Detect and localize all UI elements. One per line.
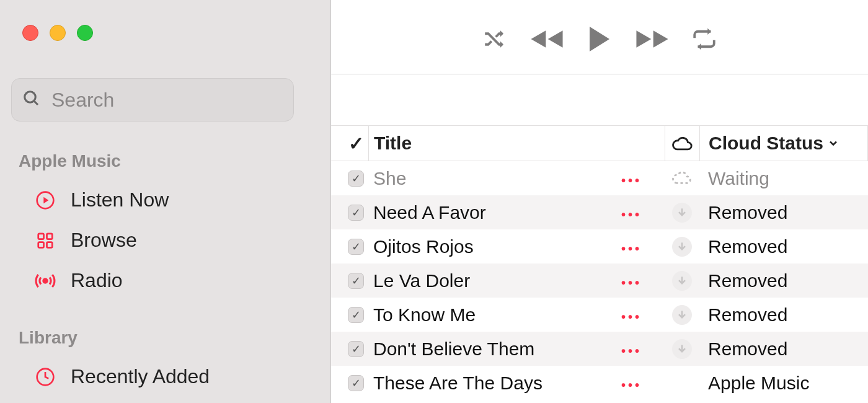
row-checkbox[interactable]: ✓ (348, 375, 364, 391)
fast-forward-button[interactable] (634, 25, 670, 53)
more-options-button[interactable]: ••• (621, 208, 642, 221)
playback-toolbar (331, 0, 868, 74)
shuffle-button[interactable] (482, 26, 508, 52)
svg-rect-5 (47, 233, 53, 239)
song-title: Need A Favor (368, 195, 621, 229)
download-icon[interactable] (672, 339, 692, 359)
sidebar-item-browse[interactable]: Browse (0, 220, 330, 260)
cloud-status-cell: Removed (699, 298, 868, 332)
sidebar-item-label: Radio (71, 269, 123, 292)
row-checkbox[interactable]: ✓ (348, 273, 364, 289)
row-checkbox[interactable]: ✓ (348, 205, 364, 221)
row-checkbox[interactable]: ✓ (348, 307, 364, 323)
cloud-status-cell: Removed (699, 195, 868, 229)
song-title: Ojitos Rojos (368, 229, 621, 264)
sidebar-item-listen-now[interactable]: Listen Now (0, 180, 330, 220)
cloud-status-cell: Removed (699, 264, 868, 298)
rewind-button[interactable] (529, 25, 565, 53)
more-options-button[interactable]: ••• (621, 344, 642, 358)
song-title: She (368, 161, 621, 195)
svg-point-0 (25, 92, 36, 103)
download-icon[interactable] (672, 305, 692, 325)
zoom-window-button[interactable] (77, 25, 93, 41)
row-checkbox[interactable]: ✓ (348, 170, 364, 187)
song-title: To Know Me (368, 298, 621, 332)
svg-marker-3 (43, 197, 48, 203)
column-header-title[interactable]: Title (368, 126, 621, 161)
song-table-body: ✓She•••Waiting✓Need A Favor•••Removed✓Oj… (331, 161, 868, 400)
window-controls (0, 25, 330, 41)
table-row[interactable]: ✓Don't Believe Them•••Removed (331, 332, 868, 366)
table-row[interactable]: ✓Le Va Doler•••Removed (331, 264, 868, 298)
song-title: Le Va Doler (368, 264, 621, 298)
more-options-button[interactable]: ••• (621, 378, 642, 392)
sidebar-item-label: Browse (71, 229, 137, 252)
chevron-down-icon (827, 133, 839, 154)
sidebar: Apple Music Listen Now Browse Radio Libr… (0, 0, 331, 403)
download-icon[interactable] (672, 271, 692, 291)
more-options-button[interactable]: ••• (621, 310, 642, 324)
download-icon[interactable] (672, 237, 692, 257)
search-input[interactable] (11, 78, 294, 122)
svg-marker-12 (590, 27, 609, 51)
song-title: These Are The Days (368, 366, 621, 400)
grid-icon (35, 230, 56, 251)
sidebar-item-radio[interactable]: Radio (0, 260, 330, 301)
svg-rect-6 (38, 242, 44, 247)
sidebar-item-label: Listen Now (71, 188, 169, 211)
table-row[interactable]: ✓To Know Me•••Removed (331, 298, 868, 332)
cloud-status-cell: Removed (699, 332, 868, 366)
download-icon[interactable] (672, 203, 692, 223)
row-checkbox[interactable]: ✓ (348, 239, 364, 255)
more-options-button[interactable]: ••• (621, 174, 642, 187)
cloud-status-cell: Apple Music (699, 366, 868, 400)
search-wrap (11, 78, 313, 122)
svg-marker-14 (653, 30, 668, 47)
sidebar-section-library: Library (0, 323, 330, 356)
sidebar-item-label: Recently Added (71, 365, 210, 388)
more-options-button[interactable]: ••• (621, 276, 642, 290)
svg-marker-10 (531, 30, 546, 47)
search-icon (22, 89, 41, 110)
table-row[interactable]: ✓Ojitos Rojos•••Removed (331, 229, 868, 264)
column-header-check[interactable]: ✓ (331, 133, 368, 154)
cloud-status-cell: Waiting (699, 161, 868, 195)
table-header: ✓ Title Cloud Status (331, 125, 868, 161)
cloud-status-cell: Removed (699, 229, 868, 264)
play-circle-icon (35, 190, 56, 211)
table-row[interactable]: ✓These Are The Days•••Apple Music (331, 366, 868, 400)
column-header-cloud-status[interactable]: Cloud Status (699, 126, 868, 161)
column-header-cloud-icon[interactable] (665, 126, 699, 161)
clock-icon (35, 366, 56, 388)
svg-rect-4 (38, 233, 44, 239)
close-window-button[interactable] (22, 25, 38, 41)
row-checkbox[interactable]: ✓ (348, 341, 364, 357)
song-title: Don't Believe Them (368, 332, 621, 366)
svg-line-1 (34, 101, 38, 105)
cloud-waiting-icon (672, 168, 692, 189)
svg-marker-11 (548, 30, 563, 47)
svg-rect-7 (47, 242, 53, 247)
repeat-button[interactable] (691, 26, 717, 52)
svg-marker-13 (636, 30, 651, 47)
svg-point-8 (43, 278, 47, 282)
play-button[interactable] (586, 24, 613, 54)
minimize-window-button[interactable] (50, 25, 66, 41)
sidebar-item-recently-added[interactable]: Recently Added (0, 356, 330, 397)
table-row[interactable]: ✓She•••Waiting (331, 161, 868, 195)
more-options-button[interactable]: ••• (621, 242, 642, 255)
radio-icon (35, 270, 56, 291)
table-row[interactable]: ✓Need A Favor•••Removed (331, 195, 868, 229)
main-content: ✓ Title Cloud Status ✓She•••Waiting✓Need… (331, 0, 868, 403)
sidebar-section-apple-music: Apple Music (0, 146, 330, 180)
